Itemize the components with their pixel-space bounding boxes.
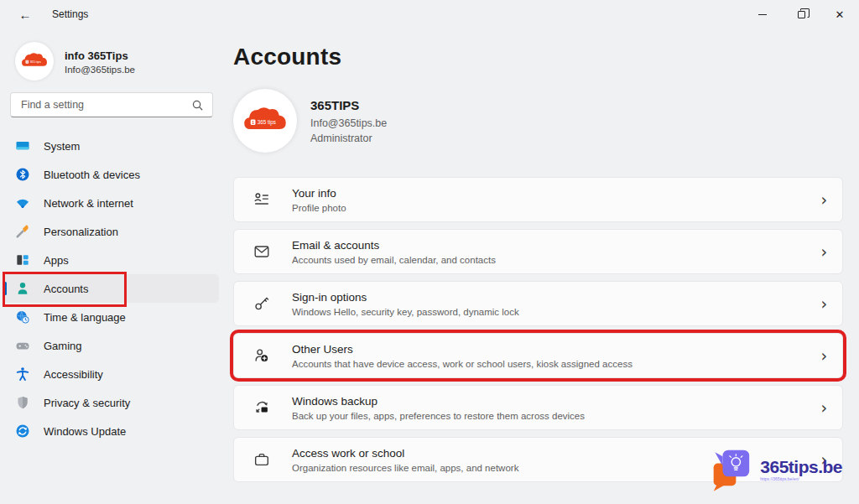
sidebar-item-label: Accounts (44, 283, 88, 295)
card-subtitle: Windows Hello, security key, password, d… (292, 307, 519, 317)
sidebar-profile[interactable]: 1 365 tips info 365Tips Info@365tips.be (12, 39, 213, 84)
your-info-icon (252, 190, 272, 210)
card-title: Sign-in options (292, 290, 519, 305)
365tips-watermark: 365tips.be https://365tips.be/en/ (712, 446, 842, 493)
cloud-logo-icon: 1 365 tips (242, 103, 289, 138)
sidebar: 1 365 tips info 365Tips Info@365tips.be … (0, 29, 223, 504)
sidebar-item-privacy-security[interactable]: Privacy & security (4, 388, 219, 417)
sidebar-item-system[interactable]: System (4, 132, 219, 160)
sidebar-item-accounts[interactable]: Accounts (4, 274, 219, 303)
main-panel: Accounts 1 365 tips 365TIPS Info@365tips… (223, 29, 859, 504)
windows-update-icon (14, 423, 31, 439)
sidebar-item-label: System (44, 140, 80, 153)
close-button[interactable]: ✕ (820, 0, 859, 29)
accessibility-icon (14, 366, 31, 382)
restore-icon (798, 11, 805, 18)
sidebar-item-label: Bluetooth & devices (44, 169, 140, 181)
sidebar-item-label: Apps (44, 254, 69, 267)
accounts-icon (14, 280, 31, 297)
card-sign-in-options[interactable]: Sign-in options Windows Hello, security … (233, 281, 843, 326)
card-your-info[interactable]: Your info Profile photo › (233, 177, 843, 222)
chevron-right-icon: › (820, 296, 827, 312)
chevron-right-icon: › (820, 348, 827, 364)
search-icon (191, 99, 204, 112)
card-subtitle: Organization resources like email, apps,… (292, 463, 518, 473)
sidebar-item-apps[interactable]: Apps (4, 246, 219, 274)
sign-in-options-icon (252, 294, 272, 314)
profile-email: Info@365tips.be (65, 65, 135, 75)
window-controls: ✕ (743, 0, 859, 29)
search-box[interactable] (10, 92, 213, 117)
chevron-right-icon: › (820, 400, 827, 416)
card-title: Windows backup (292, 394, 585, 409)
settings-card-list: Your info Profile photo › Email & accoun… (233, 177, 843, 482)
card-email-accounts[interactable]: Email & accounts Accounts used by email,… (233, 229, 843, 274)
card-subtitle: Accounts that have device access, work o… (292, 359, 633, 369)
account-email: Info@365tips.be (310, 116, 387, 131)
sidebar-item-label: Time & language (44, 311, 126, 324)
watermark-url: https://365tips.be/en/ (760, 477, 842, 481)
card-title: Email & accounts (292, 238, 496, 253)
sidebar-item-network-internet[interactable]: Network & internet (4, 189, 219, 217)
back-arrow-icon: ← (19, 8, 32, 22)
minimize-icon (758, 14, 767, 15)
system-icon (14, 138, 31, 154)
windows-backup-icon (252, 397, 272, 418)
account-name: 365TIPS (310, 96, 387, 115)
window-title: Settings (52, 8, 88, 20)
sidebar-item-label: Personalization (44, 226, 118, 238)
close-icon: ✕ (836, 9, 845, 20)
avatar: 1 365 tips (15, 42, 54, 81)
card-subtitle: Profile photo (292, 203, 346, 213)
account-avatar: 1 365 tips (233, 89, 297, 153)
sidebar-item-label: Network & internet (44, 197, 133, 210)
sidebar-nav: System Bluetooth & devices Network & int… (0, 132, 223, 445)
personalization-icon (14, 223, 31, 240)
network-icon (14, 195, 31, 211)
sidebar-item-label: Privacy & security (44, 397, 130, 409)
card-title: Access work or school (292, 446, 518, 461)
card-other-users[interactable]: Other Users Accounts that have device ac… (233, 333, 843, 378)
titlebar: ← Settings ✕ (0, 0, 859, 29)
privacy-security-icon (14, 394, 31, 411)
access-work-school-icon (252, 449, 272, 470)
page-title: Accounts (233, 44, 843, 70)
sidebar-item-label: Gaming (44, 340, 82, 352)
sidebar-item-time-language[interactable]: Time & language (4, 303, 219, 331)
cloud-logo-icon: 1 365 tips (20, 50, 49, 73)
sidebar-item-label: Windows Update (44, 425, 126, 438)
other-users-icon (252, 346, 272, 366)
back-button[interactable]: ← (13, 3, 37, 25)
sidebar-item-label: Accessibility (44, 368, 103, 381)
chevron-right-icon: › (820, 244, 827, 260)
apps-icon (14, 252, 31, 268)
svg-text:365 tips: 365 tips (258, 119, 276, 126)
bluetooth-icon (14, 166, 31, 183)
gaming-icon (14, 337, 31, 354)
svg-text:365 tips: 365 tips (29, 60, 40, 64)
email-accounts-icon (252, 242, 272, 262)
svg-text:1: 1 (252, 121, 254, 125)
search-input[interactable] (19, 98, 191, 112)
sidebar-item-personalization[interactable]: Personalization (4, 217, 219, 246)
account-profile: 1 365 tips 365TIPS Info@365tips.be Admin… (233, 89, 843, 153)
chevron-right-icon: › (820, 192, 827, 208)
time-language-icon (14, 309, 31, 325)
card-subtitle: Accounts used by email, calendar, and co… (292, 255, 496, 265)
sidebar-item-bluetooth-devices[interactable]: Bluetooth & devices (4, 160, 219, 189)
card-windows-backup[interactable]: Windows backup Back up your files, apps,… (233, 385, 843, 430)
watermark-name: 365tips.be (760, 458, 842, 475)
restore-button[interactable] (782, 0, 820, 29)
profile-name: info 365Tips (65, 48, 135, 65)
sidebar-item-gaming[interactable]: Gaming (4, 331, 219, 360)
card-title: Other Users (292, 342, 633, 357)
sidebar-item-windows-update[interactable]: Windows Update (4, 417, 219, 445)
sidebar-item-accessibility[interactable]: Accessibility (4, 360, 219, 388)
card-title: Your info (292, 186, 346, 201)
card-subtitle: Back up your files, apps, preferences to… (292, 411, 585, 421)
365tips-logo-icon (712, 446, 754, 493)
minimize-button[interactable] (743, 0, 782, 29)
account-role: Administrator (310, 131, 387, 146)
